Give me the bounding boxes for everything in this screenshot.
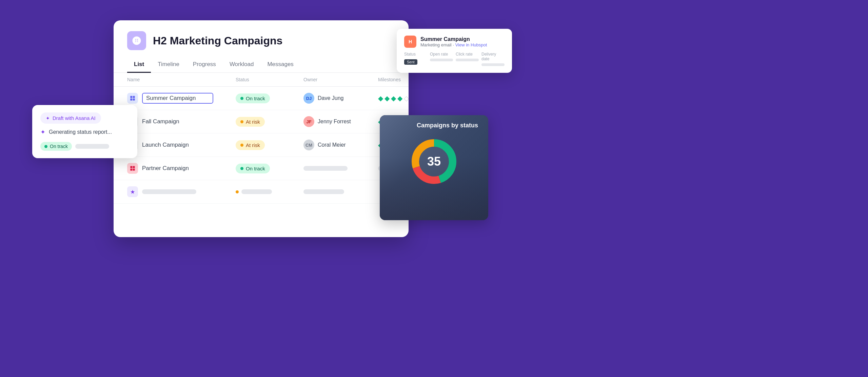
donut-title-row: Campaigns by status <box>387 122 481 134</box>
hubspot-title-block: Summer Campaign Marketing email · View i… <box>420 36 487 47</box>
main-project-card: H2 Marketing Campaigns List Timeline Pro… <box>114 20 409 237</box>
star-icon: ★ <box>130 189 135 195</box>
donut-container: 35 <box>407 134 461 189</box>
tab-timeline[interactable]: Timeline <box>151 57 186 73</box>
ai-status-dot <box>44 145 47 148</box>
project-title: H2 Marketing Campaigns <box>153 35 282 47</box>
svg-point-0 <box>135 39 138 42</box>
status-badge-summer: On track <box>236 93 270 103</box>
table-row: Partner Campaign On track <box>114 157 409 180</box>
status-on-track-partner: On track <box>236 164 303 173</box>
status-dot-placeholder <box>236 190 239 193</box>
status-dot-launch <box>240 144 243 147</box>
col-name: Name <box>127 77 236 82</box>
avatar-jenny: JF <box>303 116 314 127</box>
svg-rect-3 <box>130 99 132 101</box>
click-rate-bar <box>456 59 479 61</box>
delivery-date-bar <box>481 63 505 66</box>
task-icon-star: ★ <box>127 186 138 197</box>
ai-status-badge: On track <box>40 142 72 151</box>
tab-progress[interactable]: Progress <box>186 57 223 73</box>
hubspot-title: Summer Campaign <box>420 36 487 42</box>
donut-background: Campaigns by status 35 <box>380 115 488 220</box>
tabs-nav: List Timeline Progress Workload Messages <box>114 57 409 73</box>
status-dot-summer <box>240 97 243 100</box>
status-badge-fall: At risk <box>236 117 265 127</box>
status-placeholder <box>236 189 303 194</box>
metric-delivery-date: Delivery date <box>481 52 505 66</box>
status-placeholder-inner <box>236 189 303 194</box>
hubspot-popup: H Summer Campaign Marketing email · View… <box>397 29 512 73</box>
diamond-filled-2: ◆ <box>384 94 390 102</box>
hubspot-icon: H <box>409 39 412 44</box>
hubspot-subtitle: Marketing email · View in Hubspot <box>420 42 487 47</box>
table-row: Launch Campaign At risk CM Coral Meier ◆… <box>114 133 409 157</box>
row-name-fall: Fall Campaign <box>127 116 236 127</box>
diamond-filled-3: ◆ <box>391 94 396 102</box>
milestones-summer: ◆ ◆ ◆ ◆ ◇ <box>378 94 409 102</box>
metric-status: Status Sent <box>404 52 427 66</box>
hubspot-logo: H <box>404 36 416 48</box>
svg-rect-7 <box>130 169 132 171</box>
owner-placeholder-row5 <box>303 189 378 194</box>
hubspot-header: H Summer Campaign Marketing email · View… <box>404 36 505 48</box>
diamond-filled-4: ◆ <box>397 94 402 102</box>
sent-badge: Sent <box>404 59 417 65</box>
svg-rect-6 <box>133 166 135 168</box>
name-placeholder <box>142 189 196 194</box>
owner-bar-placeholder <box>303 189 344 194</box>
metric-click-rate: Click rate <box>456 52 479 66</box>
card-header: H2 Marketing Campaigns <box>114 20 409 50</box>
draft-with-ai-button[interactable]: ✦ Draft with Asana AI <box>40 112 101 124</box>
task-icon-partner <box>127 163 138 174</box>
asana-ai-icon: ✦ <box>46 116 50 121</box>
row-name-summer <box>127 93 236 104</box>
owner-placeholder <box>303 166 348 171</box>
tab-list[interactable]: List <box>127 57 151 73</box>
tab-workload[interactable]: Workload <box>223 57 261 73</box>
owner-partner <box>303 166 378 171</box>
status-on-track-summer: On track <box>236 93 303 103</box>
svg-rect-8 <box>133 169 135 171</box>
svg-rect-4 <box>133 99 135 101</box>
diamond-empty-1: ◇ <box>404 94 409 102</box>
hubspot-metrics: Status Sent Open rate Click rate Deliver… <box>404 52 505 66</box>
hubspot-view-link[interactable]: View in Hubspot <box>455 42 487 47</box>
col-status: Status <box>236 77 303 82</box>
svg-rect-1 <box>130 96 132 98</box>
donut-center-number: 35 <box>427 154 441 169</box>
owner-jenny: JF Jenny Forrest <box>303 116 378 127</box>
status-at-risk-launch: At risk <box>236 140 303 150</box>
status-at-risk-fall: At risk <box>236 117 303 127</box>
avatar-coral: CM <box>303 140 314 150</box>
col-owner: Owner <box>303 77 378 82</box>
row-name-partner: Partner Campaign <box>127 163 236 174</box>
col-milestones: Milestones <box>378 77 401 82</box>
donut-overlay: Campaigns by status 35 <box>380 115 488 220</box>
row-name-placeholder: ★ <box>127 186 236 197</box>
avatar-dave: DJ <box>303 93 314 104</box>
svg-rect-5 <box>130 166 132 168</box>
tab-messages[interactable]: Messages <box>260 57 300 73</box>
task-icon-summer <box>127 93 138 104</box>
row-name-launch: Launch Campaign <box>127 140 236 150</box>
diamond-filled-1: ◆ <box>378 94 383 102</box>
donut-title: Campaigns by status <box>417 122 478 129</box>
summer-campaign-input[interactable] <box>142 93 213 104</box>
table-row: ★ <box>114 180 409 204</box>
status-badge-partner: On track <box>236 164 270 173</box>
ai-panel: ✦ Draft with Asana AI ✦ Generating statu… <box>32 105 137 158</box>
status-bar-placeholder <box>241 189 272 194</box>
status-dot-fall <box>240 120 243 123</box>
metric-open-rate: Open rate <box>430 52 453 66</box>
owner-coral: CM Coral Meier <box>303 140 378 150</box>
ai-status-bar <box>75 144 109 149</box>
table-header: Name Status Owner Milestones <box>114 73 409 87</box>
asana-ai-icon-2: ✦ <box>40 128 45 136</box>
status-dot-partner <box>240 167 243 170</box>
owner-dave: DJ Dave Jung <box>303 93 378 104</box>
project-icon <box>127 31 146 50</box>
status-badge-launch: At risk <box>236 140 265 150</box>
table-row: Fall Campaign At risk JF Jenny Forrest ◆… <box>114 110 409 133</box>
ai-status-row: On track <box>40 142 129 151</box>
